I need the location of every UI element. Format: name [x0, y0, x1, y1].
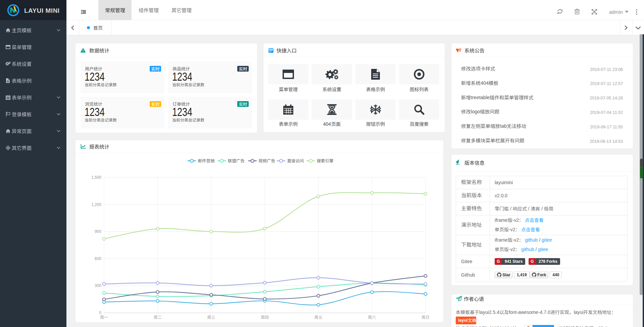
svg-text:600: 600	[95, 256, 101, 261]
svg-text:900: 900	[95, 229, 101, 234]
svg-text:300: 300	[95, 283, 101, 288]
svg-text:1,500: 1,500	[91, 175, 101, 180]
svg-text:1,200: 1,200	[91, 202, 101, 207]
svg-text:0: 0	[99, 311, 101, 315]
